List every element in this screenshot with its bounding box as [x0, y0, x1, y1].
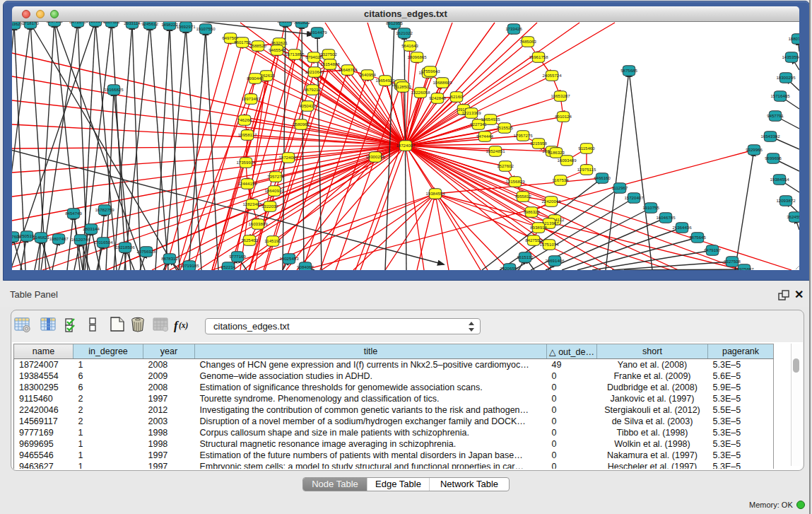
svg-text:8910124: 8910124 — [555, 114, 572, 119]
svg-text:2803144: 2803144 — [83, 226, 100, 231]
svg-text:9777169: 9777169 — [229, 254, 246, 259]
svg-text:8938918: 8938918 — [530, 225, 547, 230]
svg-text:1167534: 1167534 — [552, 177, 569, 182]
svg-text:19654935: 19654935 — [481, 117, 500, 122]
svg-text:20756928: 20756928 — [136, 249, 156, 254]
svg-text:10807487: 10807487 — [49, 236, 69, 241]
svg-text:3267130: 3267130 — [46, 22, 63, 23]
svg-text:20206556: 20206556 — [500, 266, 519, 270]
svg-text:13692971: 13692971 — [176, 24, 196, 29]
svg-text:17359914: 17359914 — [236, 160, 256, 165]
svg-text:7663822: 7663822 — [293, 22, 310, 25]
svg-text:8990448: 8990448 — [247, 76, 264, 81]
svg-text:12444159: 12444159 — [237, 181, 257, 186]
svg-text:15716485: 15716485 — [770, 93, 790, 98]
svg-text:9115460: 9115460 — [578, 146, 595, 151]
svg-text:16543382: 16543382 — [760, 134, 780, 139]
svg-text:21364436: 21364436 — [672, 225, 692, 230]
svg-text:16033809: 16033809 — [248, 221, 268, 226]
svg-text:1527602: 1527602 — [497, 163, 514, 168]
svg-text:18300295: 18300295 — [365, 154, 385, 159]
svg-text:4050413: 4050413 — [299, 103, 316, 108]
svg-text:1621022: 1621022 — [396, 30, 413, 35]
svg-text:16648784: 16648784 — [338, 67, 358, 72]
svg-text:10958117: 10958117 — [238, 132, 257, 137]
svg-text:10973493: 10973493 — [241, 96, 261, 101]
svg-text:6466160: 6466160 — [594, 175, 611, 180]
svg-text:6128503: 6128503 — [394, 84, 411, 89]
svg-text:19218506: 19218506 — [115, 245, 135, 250]
svg-text:7357274: 7357274 — [267, 174, 284, 179]
svg-text:2718170: 2718170 — [22, 22, 39, 25]
svg-text:19107550: 19107550 — [196, 26, 216, 31]
svg-text:17016504: 17016504 — [93, 240, 113, 245]
svg-text:19384554: 19384554 — [770, 177, 789, 182]
svg-text:16713855: 16713855 — [285, 52, 305, 57]
svg-text:9474444: 9474444 — [476, 134, 493, 139]
svg-text:4679214: 4679214 — [304, 87, 321, 92]
svg-text:252214: 252214 — [221, 264, 236, 269]
svg-text:8813054: 8813054 — [277, 22, 294, 23]
svg-text:10719185: 10719185 — [180, 263, 199, 268]
svg-text:9699695: 9699695 — [765, 156, 782, 160]
svg-text:13524851: 13524851 — [486, 148, 505, 153]
svg-text:10210643: 10210643 — [305, 69, 324, 74]
svg-text:18807249: 18807249 — [788, 36, 799, 41]
svg-text:22420046: 22420046 — [541, 199, 561, 204]
svg-text:1910755: 1910755 — [642, 205, 659, 210]
svg-text:5875685: 5875685 — [620, 68, 637, 73]
svg-text:12975115: 12975115 — [577, 167, 596, 172]
svg-text:10653287: 10653287 — [551, 93, 570, 98]
svg-text:20691406: 20691406 — [545, 258, 565, 263]
svg-text:9329966: 9329966 — [746, 147, 763, 152]
svg-text:9245612: 9245612 — [141, 22, 158, 26]
svg-text:19384554: 19384554 — [425, 191, 445, 196]
svg-text:1112967: 1112967 — [612, 185, 628, 190]
svg-text:15751074: 15751074 — [539, 242, 559, 247]
svg-text:16154808: 16154808 — [320, 62, 340, 66]
svg-text:15720407: 15720407 — [624, 195, 644, 200]
svg-text:7515525: 7515525 — [496, 125, 513, 130]
svg-text:18724007: 18724007 — [396, 143, 416, 148]
svg-text:9465546: 9465546 — [269, 47, 286, 52]
svg-text:12156829: 12156829 — [505, 179, 525, 184]
svg-text:8878312: 8878312 — [161, 256, 178, 261]
svg-text:2933114: 2933114 — [124, 22, 141, 25]
svg-text:9146821: 9146821 — [33, 235, 49, 240]
svg-text:1640954: 1640954 — [359, 72, 376, 77]
svg-text:5322037: 5322037 — [261, 204, 278, 209]
svg-text:1615132: 1615132 — [517, 255, 534, 259]
svg-text:3215958: 3215958 — [530, 141, 547, 146]
svg-text:8186323: 8186323 — [548, 150, 565, 155]
svg-text:14353594: 14353594 — [782, 54, 799, 59]
svg-text:1733426: 1733426 — [505, 26, 522, 31]
svg-text:1588520: 1588520 — [249, 43, 266, 48]
svg-text:16782759: 16782759 — [95, 207, 114, 212]
svg-text:9457791: 9457791 — [767, 113, 784, 118]
svg-text:(x): (x) — [179, 321, 189, 330]
svg-text:12093872: 12093872 — [776, 198, 796, 203]
svg-text:13975887: 13975887 — [734, 267, 754, 270]
svg-text:18096865: 18096865 — [407, 54, 427, 59]
svg-text:24055724: 24055724 — [542, 73, 562, 78]
svg-text:12823485: 12823485 — [242, 201, 262, 206]
svg-text:12213369: 12213369 — [461, 110, 481, 115]
svg-text:8471676: 8471676 — [69, 22, 86, 24]
svg-text:18640910: 18640910 — [264, 188, 284, 193]
svg-text:17957275: 17957275 — [513, 133, 533, 138]
svg-text:9327502: 9327502 — [320, 52, 337, 57]
svg-text:7485063: 7485063 — [519, 39, 536, 44]
svg-text:9084067: 9084067 — [297, 264, 314, 269]
svg-text:18724007: 18724007 — [278, 155, 298, 160]
svg-text:16961758: 16961758 — [529, 54, 548, 59]
svg-text:13226058: 13226058 — [411, 90, 430, 95]
svg-text:2687682: 2687682 — [103, 22, 120, 24]
svg-text:8454749: 8454749 — [65, 211, 82, 216]
svg-text:16120746: 16120746 — [71, 237, 90, 242]
svg-text:3624554: 3624554 — [787, 214, 799, 219]
svg-text:5641643: 5641643 — [401, 43, 418, 48]
svg-text:16914479: 16914479 — [307, 30, 327, 35]
svg-text:18300295: 18300295 — [776, 75, 796, 80]
svg-text:8912955: 8912955 — [386, 22, 403, 25]
svg-text:3875645: 3875645 — [689, 235, 706, 240]
